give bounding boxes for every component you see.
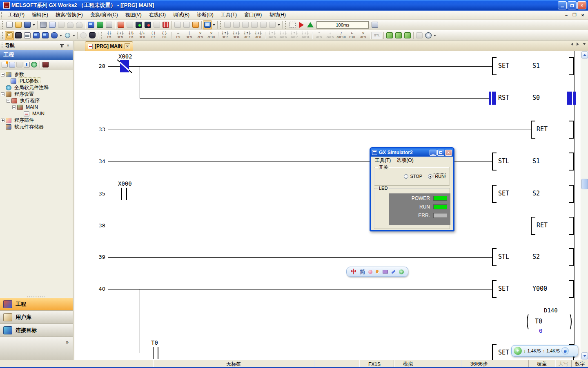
timer-coil[interactable] [527, 313, 532, 331]
pause-monitor-button[interactable] [152, 20, 161, 29]
paste-item-icon[interactable] [16, 62, 22, 67]
simulator-close-button[interactable]: × [445, 150, 452, 156]
ladder-key-saf5[interactable]: ┤↑├saF5 [267, 31, 278, 40]
accelerator-icon[interactable]: + [514, 347, 522, 355]
module-configuration-button[interactable] [14, 31, 23, 40]
vertical-scrollbar[interactable] [581, 51, 588, 360]
device-comment-button[interactable] [87, 20, 96, 29]
program-check-button[interactable] [96, 20, 105, 29]
menu-tools[interactable]: 工具(T) [217, 10, 241, 20]
new-project-button[interactable] [5, 20, 14, 29]
device-display-button[interactable] [50, 31, 59, 40]
ladder-key-f5[interactable]: ┤├F5 [104, 31, 115, 40]
minimize-button[interactable] [558, 1, 567, 9]
panel-splitter[interactable]: ,,,,,,,,,, [0, 294, 73, 298]
help-button[interactable] [79, 31, 88, 40]
mdi-close-button[interactable]: × [580, 12, 586, 18]
stl-instruction-button[interactable]: STL [372, 32, 382, 39]
ladder-key-f9[interactable]: ─F9 [173, 31, 184, 40]
monitor-mode-button[interactable] [203, 20, 212, 29]
cross-reference-button[interactable] [88, 31, 97, 40]
restore-button[interactable] [568, 1, 577, 9]
ime-settings-icon[interactable] [391, 269, 396, 274]
tree-item-program-setting[interactable]: 程序设置 [1, 91, 73, 97]
copy-button[interactable] [48, 20, 57, 29]
simulator-title-bar[interactable]: GX Simulator2 × [371, 148, 453, 157]
ime-simplified-icon[interactable]: 简 [360, 268, 365, 276]
ladder-edit-3-button[interactable] [241, 20, 250, 29]
ladder-edit-2-button[interactable] [232, 20, 241, 29]
undo-button[interactable] [66, 20, 75, 29]
new-item-icon[interactable] [2, 62, 8, 67]
ladder-key-af9[interactable]: ×aF9 [358, 31, 369, 40]
tree-item-device-memory[interactable]: 软元件存储器 [1, 123, 73, 130]
inline-st-edit-button[interactable] [385, 31, 394, 40]
ladder-key-f10[interactable]: ∟F10 [347, 31, 358, 40]
ladder-key-sf9[interactable]: │sF9 [184, 31, 195, 40]
navigation-toggle-button[interactable] [5, 31, 14, 40]
verify-button[interactable] [173, 20, 182, 29]
monitor-mode-chevron[interactable] [213, 24, 215, 26]
edit-contact-button[interactable] [394, 31, 403, 40]
tab-close-icon[interactable]: × [125, 43, 130, 49]
refresh-icon[interactable] [31, 62, 37, 67]
ladder-key-af8[interactable]: ┤↓├aF8 [253, 31, 264, 40]
tree-item-execution-program[interactable]: 执行程序 [1, 97, 73, 104]
ladder-key-caf10[interactable]: ∕caF10 [336, 31, 347, 40]
zoom-history-button[interactable] [424, 31, 433, 40]
network-speed-widget[interactable]: + ↓ 1.4K/S ↑ 1.4K/S e [511, 345, 578, 357]
tree-item-main-ladder[interactable]: MAIN [1, 110, 73, 117]
step-execution-button[interactable] [306, 20, 315, 29]
tree-item-main-block[interactable]: MAIN [1, 104, 73, 110]
device-display-chevron[interactable] [60, 35, 62, 36]
device-register-button[interactable] [41, 31, 50, 40]
ladder-edit-chevron[interactable] [278, 24, 280, 26]
menu-edit[interactable]: 编辑(E) [28, 10, 52, 20]
write-to-plc-button[interactable] [116, 20, 125, 29]
ime-speech-icon[interactable] [368, 270, 372, 274]
simulator-menu-options[interactable]: 选项(O) [394, 157, 415, 164]
simulator-minimize-button[interactable] [430, 150, 437, 156]
menu-view[interactable]: 视图(V) [122, 10, 145, 20]
collapse-icon[interactable] [1, 92, 4, 96]
sort-icon[interactable] [42, 62, 49, 67]
open-project-button[interactable] [14, 20, 23, 29]
toolbar-overflow-chevron[interactable] [33, 24, 35, 26]
ime-help-icon[interactable]: ? [399, 269, 404, 274]
stack-button-project[interactable]: 工程 [0, 298, 73, 311]
ladder-edit-6-button[interactable] [268, 20, 277, 29]
read-from-plc-button[interactable] [125, 20, 134, 29]
ladder-key-saf8[interactable]: ┤↓├saF8 [300, 31, 311, 40]
stack-button-user-library[interactable]: 用户库 [0, 311, 73, 324]
stack-button-connection[interactable]: 连接目标 [0, 324, 73, 337]
scroll-down-button[interactable] [581, 352, 588, 359]
ladder-key-saf6[interactable]: ┤↓├saF6 [278, 31, 289, 40]
menu-diagnostics[interactable]: 诊断(D) [193, 10, 217, 20]
scan-time-box[interactable]: 100ms [316, 21, 369, 29]
scrollbar-thumb[interactable] [581, 179, 588, 189]
stop-monitor-button[interactable] [143, 20, 152, 29]
ladder-key-f8[interactable]: { }F8 [159, 31, 170, 40]
ladder-key-sf8[interactable]: ┤↓├sF8 [231, 31, 242, 40]
tab-scroll-right-icon[interactable] [577, 43, 579, 46]
menu-debug[interactable]: 调试(B) [169, 10, 193, 20]
tab-scroll-left-icon[interactable] [571, 43, 573, 46]
ladder-edit-4-button[interactable] [250, 20, 259, 29]
device-find-button[interactable] [32, 31, 41, 40]
toolbar2-overflow-chevron[interactable] [434, 35, 436, 36]
program-list-button[interactable] [23, 31, 32, 40]
paste-button[interactable] [57, 20, 66, 29]
ladder-key-af7[interactable]: ┤↑├aF7 [242, 31, 253, 40]
ladder-key-sf7[interactable]: ┤↑├sF7 [220, 31, 231, 40]
run-radio[interactable]: RUN [428, 174, 445, 179]
collapse-icon[interactable] [12, 105, 16, 109]
simulation-stop-button[interactable] [288, 20, 297, 29]
collapse-icon[interactable] [7, 99, 10, 103]
stack-more-button[interactable]: » [0, 337, 73, 360]
parameter-check-button[interactable] [105, 20, 114, 29]
edit-comment-button[interactable] [403, 31, 412, 40]
ladder-key-saf7[interactable]: ┤↑├saF7 [289, 31, 300, 40]
ladder-key-cf9[interactable]: ×cF9 [195, 31, 206, 40]
remote-operation-button[interactable] [182, 20, 191, 29]
zoom-chevron[interactable] [73, 35, 75, 36]
